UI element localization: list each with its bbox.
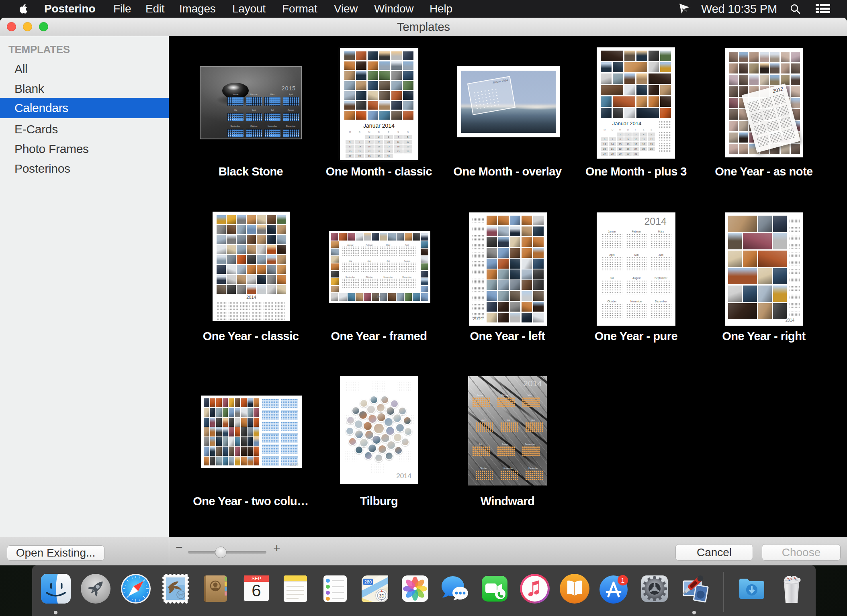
svg-text:1: 1 — [621, 577, 625, 584]
svg-text:3D: 3D — [379, 594, 385, 598]
svg-text:SEP: SEP — [251, 576, 261, 581]
svg-text:280: 280 — [364, 579, 372, 584]
svg-text:6: 6 — [252, 581, 261, 600]
